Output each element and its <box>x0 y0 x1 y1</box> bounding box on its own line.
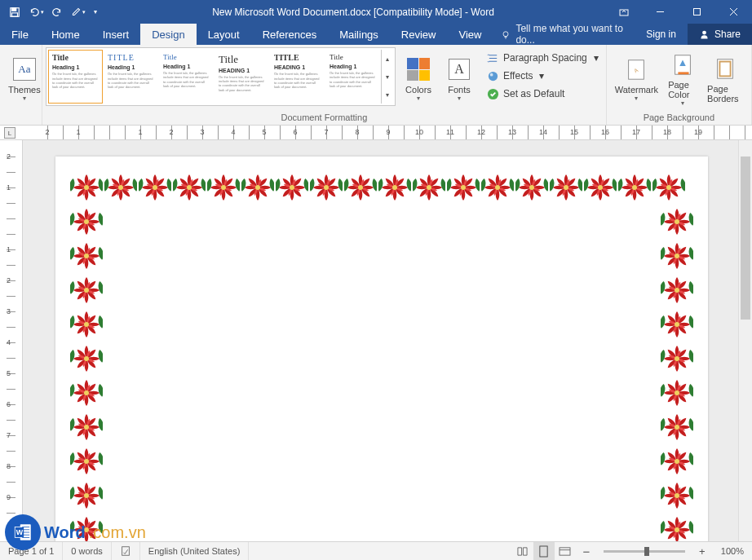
colors-label: Colors <box>405 85 431 95</box>
redo-button[interactable] <box>47 2 67 22</box>
svg-point-59 <box>84 288 89 293</box>
svg-rect-77 <box>560 547 570 554</box>
share-icon <box>699 29 710 40</box>
svg-point-8 <box>503 31 508 36</box>
svg-point-63 <box>84 356 89 361</box>
vertical-ruler[interactable]: 21123456789 <box>0 140 23 541</box>
border-flower <box>661 411 693 443</box>
style-set-thumb[interactable]: TitleHEADING 1On the Insert tab, the gal… <box>215 50 269 104</box>
svg-point-55 <box>84 219 89 224</box>
tab-review[interactable]: Review <box>390 24 448 45</box>
document-page[interactable] <box>55 157 708 541</box>
gallery-row-up[interactable]: ▴ <box>382 50 393 68</box>
border-flower <box>515 171 548 204</box>
zoom-slider[interactable] <box>604 550 685 553</box>
svg-point-69 <box>84 459 89 464</box>
themes-label: Themes <box>8 85 41 95</box>
border-flower <box>70 274 103 306</box>
tab-references[interactable]: References <box>251 24 328 45</box>
themes-button[interactable]: Aa Themes ▾ <box>3 47 46 111</box>
svg-point-23 <box>153 185 157 190</box>
svg-point-56 <box>675 219 679 224</box>
border-flower <box>661 514 693 541</box>
svg-point-21 <box>118 185 123 190</box>
border-flower <box>661 240 693 272</box>
zoom-level[interactable]: 100% <box>713 542 752 560</box>
logo-text-prefix: Word <box>44 523 86 542</box>
maximize-icon <box>692 7 701 16</box>
tab-design[interactable]: Design <box>140 24 196 45</box>
page-color-button[interactable]: Page Color▾ <box>663 47 702 111</box>
border-flower <box>661 205 693 238</box>
watermark-logo: W Word.com.vn <box>5 514 146 550</box>
style-set-thumb[interactable]: TITLEHeading 1On the Insert tab, the gal… <box>104 50 158 104</box>
view-read-mode-button[interactable] <box>512 542 533 560</box>
page-borders-button[interactable]: Page Borders <box>702 47 748 111</box>
tab-insert[interactable]: Insert <box>91 24 141 45</box>
svg-point-71 <box>84 493 89 498</box>
fonts-button[interactable]: A Fonts▾ <box>441 47 477 111</box>
tab-file[interactable]: File <box>0 24 40 45</box>
border-flower <box>207 171 240 204</box>
customize-qat-button[interactable]: ▾ <box>69 2 88 22</box>
page-color-label: Page Color <box>668 80 697 99</box>
svg-point-51 <box>632 185 637 190</box>
svg-point-72 <box>675 493 679 498</box>
tab-mailings[interactable]: Mailings <box>328 24 390 45</box>
svg-point-37 <box>392 185 397 190</box>
border-flower <box>70 205 103 238</box>
border-flower <box>661 445 693 478</box>
document-scroll-area[interactable] <box>23 140 752 541</box>
gallery-row-down[interactable]: ▾ <box>382 68 393 86</box>
vertical-scrollbar[interactable] <box>738 140 752 541</box>
zoom-slider-thumb[interactable] <box>644 547 649 556</box>
border-flower <box>70 240 103 272</box>
watermark-button[interactable]: A Watermark▾ <box>610 47 663 111</box>
style-set-thumb[interactable]: TitleHeading 1On the Insert tab, the gal… <box>325 50 380 104</box>
horizontal-ruler[interactable]: L 2112345678910111213141516171819 <box>0 126 752 140</box>
border-flower <box>652 171 685 204</box>
svg-point-70 <box>675 459 679 464</box>
style-gallery[interactable]: TitleHeading 1On the Insert tab, the gal… <box>46 47 396 106</box>
colors-button[interactable]: Colors▾ <box>400 47 436 111</box>
border-flower <box>550 171 582 204</box>
maximize-button[interactable] <box>679 0 715 24</box>
svg-point-45 <box>529 185 534 190</box>
window-controls <box>605 0 752 24</box>
svg-point-58 <box>675 254 679 258</box>
view-web-layout-button[interactable] <box>555 542 576 560</box>
watermark-label: Watermark <box>615 85 658 95</box>
zoom-out-button[interactable]: − <box>576 542 597 560</box>
view-print-layout-button[interactable] <box>533 542 555 560</box>
style-set-thumb[interactable]: TITLEHEADING 1On the Insert tab, the gal… <box>270 50 325 104</box>
border-flower <box>276 171 308 204</box>
save-icon <box>9 7 20 18</box>
title-bar: ▾ ▾ ▾ New Microsoft Word Document.docx [… <box>0 0 752 24</box>
minimize-button[interactable] <box>642 0 679 24</box>
tab-view[interactable]: View <box>447 24 493 45</box>
qat-more-button[interactable]: ▾ <box>90 2 101 22</box>
tab-layout[interactable]: Layout <box>197 24 251 45</box>
svg-point-29 <box>255 185 260 190</box>
style-set-thumb[interactable]: TitleHeading 1On the Insert tab, the gal… <box>159 50 214 104</box>
status-language[interactable]: English (United States) <box>140 542 250 560</box>
sign-in-button[interactable]: Sign in <box>635 24 688 45</box>
border-flower <box>173 171 206 204</box>
tell-me-search[interactable]: Tell me what you want to do... <box>501 23 635 46</box>
ribbon-options-button[interactable] <box>605 0 642 24</box>
gallery-expand[interactable]: ▾ <box>382 86 393 104</box>
scrollbar-thumb[interactable] <box>741 157 750 320</box>
effects-button[interactable]: Effects▾ <box>482 67 603 85</box>
zoom-in-button[interactable]: + <box>692 542 713 560</box>
svg-point-33 <box>324 185 329 190</box>
tab-home[interactable]: Home <box>40 24 91 45</box>
undo-button[interactable]: ▾ <box>26 2 46 22</box>
tab-selector[interactable]: L <box>4 127 15 139</box>
paragraph-spacing-button[interactable]: Paragraph Spacing▾ <box>482 49 603 67</box>
style-set-thumb[interactable]: TitleHeading 1On the Insert tab, the gal… <box>48 50 103 104</box>
border-flower <box>310 171 343 204</box>
close-button[interactable] <box>715 0 752 24</box>
set-default-button[interactable]: Set as Default <box>482 85 603 103</box>
share-button[interactable]: Share <box>688 24 752 45</box>
save-button[interactable] <box>5 2 24 22</box>
